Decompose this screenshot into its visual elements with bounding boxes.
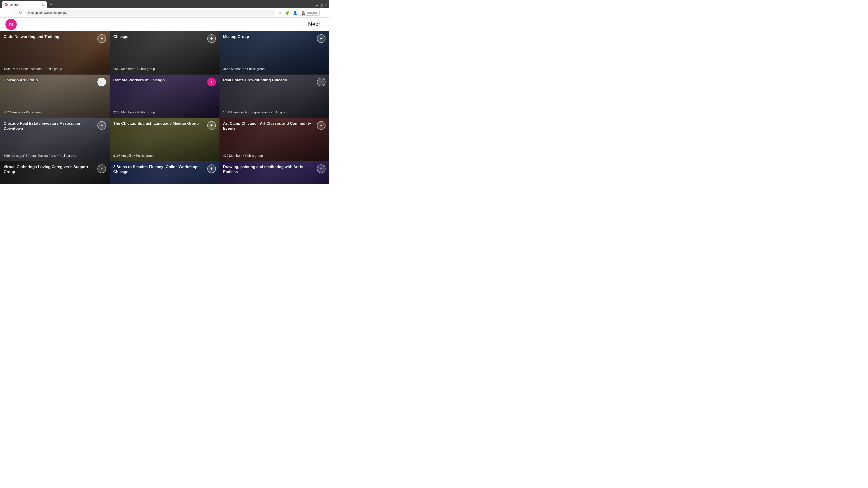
menu-icon[interactable]: ⋮ — [321, 10, 327, 16]
group-card[interactable]: Chicago Art Group937 Members • Public gr… — [0, 74, 110, 118]
group-card-title: Remote Workers of Chicago — [113, 78, 205, 83]
group-card-top: Chicago Art Group — [4, 78, 106, 86]
group-card-bottom: 2138 Members • Public group — [113, 110, 216, 115]
group-card-title: 3 Steps to Spanish Fluency: Online Works… — [113, 164, 205, 174]
group-card-top: Virtual Gatherings Loving Caregiver's Su… — [4, 164, 106, 174]
group-card-members: 4535 Real Estate Investors • Public grou… — [4, 67, 106, 71]
group-join-badge[interactable]: + — [97, 164, 106, 173]
group-join-badge[interactable]: + — [317, 34, 326, 43]
group-card-title: Chicago — [113, 34, 205, 39]
group-card[interactable]: Meetup Group+3462 Members • Public group — [219, 31, 329, 74]
group-join-badge[interactable]: + — [97, 34, 106, 43]
group-card-bottom: 1438 Investors & Entrepreneurs • Public … — [223, 110, 326, 115]
group-card-content: Club: Networking and Training+4535 Real … — [0, 31, 110, 74]
group-card-title: Real Estate Crowdfunding Chicago — [223, 78, 315, 83]
group-card-title: Club: Networking and Training — [4, 34, 96, 39]
group-card-members: 1438 Investors & Entrepreneurs • Public … — [223, 110, 326, 115]
group-card[interactable]: Art Camp Chicago - Art Classes and Commu… — [219, 118, 329, 161]
group-card-title: Chicago Real Estate Investors Associatio… — [4, 121, 96, 131]
group-card-bottom: 4535 Real Estate Investors • Public grou… — [4, 67, 106, 71]
group-card-top: The Chicago Spanish Language Meetup Grou… — [113, 121, 216, 130]
group-card-content: Chicago Real Estate Investors Associatio… — [0, 118, 110, 161]
tab-close-icon[interactable]: ✕ — [41, 3, 44, 6]
group-join-badge[interactable]: + — [97, 121, 106, 130]
group-card[interactable]: Club: Networking and Training+4535 Real … — [0, 31, 110, 74]
group-join-badge[interactable]: + — [317, 78, 326, 86]
group-card[interactable]: Virtual Gatherings Loving Caregiver's Su… — [0, 161, 110, 184]
group-card[interactable]: 3 Steps to Spanish Fluency: Online Works… — [110, 161, 219, 184]
next-button[interactable]: Next — [305, 19, 324, 30]
group-card-bottom: 937 Members • Public group — [4, 110, 106, 115]
group-card-title: Virtual Gatherings Loving Caregiver's Su… — [4, 164, 96, 174]
group-card-content: Drawing, painting and meditating with Ar… — [219, 161, 329, 184]
back-button[interactable]: ← — [2, 10, 8, 16]
group-card-content: Chicago+2662 Members • Public group — [110, 31, 219, 74]
group-join-badge[interactable]: + — [207, 34, 216, 43]
incognito-badge: 🕵 Incognito — [300, 10, 320, 15]
group-join-badge[interactable]: + — [317, 121, 326, 130]
groups-grid: Club: Networking and Training+4535 Real … — [0, 31, 329, 184]
group-card-content: Meetup Group+3462 Members • Public group — [219, 31, 329, 74]
group-join-badge[interactable]: + — [207, 121, 216, 130]
group-card-content: Virtual Gatherings Loving Caregiver's Su… — [0, 161, 110, 184]
group-join-badge[interactable] — [97, 78, 106, 86]
group-card-content: 3 Steps to Spanish Fluency: Online Works… — [110, 161, 219, 184]
group-card-title: Meetup Group — [223, 34, 315, 39]
group-card-title: The Chicago Spanish Language Meetup Grou… — [113, 121, 205, 126]
group-card-top: Chicago Real Estate Investors Associatio… — [4, 121, 106, 131]
address-bar[interactable]: meetup.com/welcome/groups/ — [25, 10, 275, 16]
bookmark-icon[interactable]: ☆ — [277, 10, 283, 16]
group-card-title: Art Camp Chicago - Art Classes and Commu… — [223, 121, 315, 131]
group-card-top: Chicago+ — [113, 34, 216, 43]
group-card-title: Drawing, painting and meditating with Ar… — [223, 164, 315, 174]
meetup-logo[interactable]: m — [5, 19, 17, 30]
group-card-content: Art Camp Chicago - Art Classes and Commu… — [219, 118, 329, 161]
group-card-top: Drawing, painting and meditating with Ar… — [223, 164, 326, 174]
forward-button[interactable]: → — [9, 10, 16, 16]
group-card-content: Remote Workers of Chicago+2138 Members •… — [110, 74, 219, 118]
tab-favicon: m — [4, 3, 8, 6]
group-join-badge[interactable]: + — [207, 164, 216, 173]
group-card-content: The Chicago Spanish Language Meetup Grou… — [110, 118, 219, 161]
group-card[interactable]: The Chicago Spanish Language Meetup Grou… — [110, 118, 219, 161]
active-tab[interactable]: m Meetup ✕ — [2, 1, 47, 8]
meetup-header: m Next — [0, 18, 329, 31]
group-card-top: Real Estate Crowdfunding Chicago+ — [223, 78, 326, 86]
restore-icon[interactable]: ❐ — [320, 4, 323, 7]
close-icon[interactable]: ✕ — [324, 4, 327, 7]
group-card-members: 2138 Members • Public group — [113, 110, 216, 115]
group-card[interactable]: Chicago+2662 Members • Public group — [110, 31, 219, 74]
refresh-button[interactable]: ↻ — [17, 10, 24, 16]
minimize-icon[interactable]: ─ — [316, 4, 318, 7]
browser-tab-bar: m Meetup ✕ + ─ ❐ ✕ — [0, 0, 329, 8]
group-card-members: 937 Members • Public group — [4, 110, 106, 115]
group-card[interactable]: Chicago Real Estate Investors Associatio… — [0, 118, 110, 161]
group-card-bottom: 476 Members • Public group — [223, 154, 326, 158]
group-join-badge[interactable]: + — [207, 78, 216, 86]
tab-title: Meetup — [9, 3, 40, 6]
group-card-members: 9168 Amig@s • Public group — [113, 154, 216, 158]
group-card-title: Chicago Art Group — [4, 78, 96, 83]
group-card-members: 2662 Members • Public group — [113, 67, 216, 71]
extensions-icon[interactable]: 🧩 — [284, 10, 291, 16]
group-card-bottom: 2662 Members • Public group — [113, 67, 216, 71]
group-card-top: Club: Networking and Training+ — [4, 34, 106, 43]
group-card-members: 3996 ChicagoREIA.org- Raving Fans • Publ… — [4, 154, 106, 158]
group-card-top: 3 Steps to Spanish Fluency: Online Works… — [113, 164, 216, 174]
profile-icon[interactable]: 👤 — [292, 10, 298, 16]
group-card-content: Real Estate Crowdfunding Chicago+1438 In… — [219, 74, 329, 118]
group-card-top: Art Camp Chicago - Art Classes and Commu… — [223, 121, 326, 131]
group-card-members: 476 Members • Public group — [223, 154, 326, 158]
group-join-badge[interactable]: + — [317, 164, 326, 173]
group-card[interactable]: Real Estate Crowdfunding Chicago+1438 In… — [219, 74, 329, 118]
group-card-members: 3462 Members • Public group — [223, 67, 326, 71]
group-card-bottom: 3462 Members • Public group — [223, 67, 326, 71]
group-card[interactable]: Drawing, painting and meditating with Ar… — [219, 161, 329, 184]
group-card-content: Chicago Art Group937 Members • Public gr… — [0, 74, 110, 118]
group-card-top: Remote Workers of Chicago+ — [113, 78, 216, 86]
group-card-bottom: 9168 Amig@s • Public group — [113, 154, 216, 158]
window-controls: ─ ❐ ✕ — [316, 4, 327, 7]
new-tab-button[interactable]: + — [48, 1, 54, 8]
group-card[interactable]: Remote Workers of Chicago+2138 Members •… — [110, 74, 219, 118]
group-card-bottom: 3996 ChicagoREIA.org- Raving Fans • Publ… — [4, 154, 106, 158]
